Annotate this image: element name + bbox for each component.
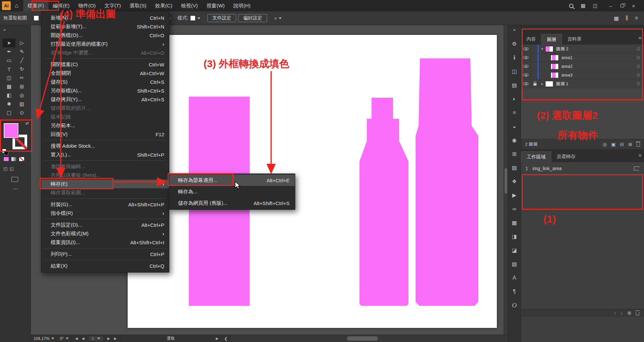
panel-menu-icon[interactable]: ≡ (639, 153, 641, 158)
color-button[interactable] (3, 157, 9, 161)
draw-normal-icon[interactable]: ◰ (3, 166, 7, 171)
artboard-tool[interactable]: ▢ (3, 108, 15, 117)
menu-item[interactable]: 另存範本... (41, 121, 169, 130)
menubar-item-2[interactable]: 物件(O) (74, 0, 100, 11)
transparency-panel-icon[interactable]: ▧ (508, 257, 521, 271)
none-button[interactable] (19, 157, 25, 161)
home-icon[interactable]: ⌂ (15, 2, 18, 9)
swatches-panel-icon[interactable]: ⊞ (508, 147, 521, 161)
menu-item[interactable]: 指令檔(R)› (41, 209, 169, 217)
menu-item[interactable]: 搜尋 Adobe Stock... (41, 142, 169, 150)
artboard-name[interactable]: img_link_area (532, 166, 634, 171)
layer-row[interactable]: ▸圖層 1 (521, 80, 644, 88)
menu-item[interactable]: 關閉檔案(C)Ctrl+W (41, 60, 169, 69)
menu-item[interactable]: 列印(P)...Ctrl+P (41, 250, 169, 258)
target-circle-icon[interactable] (637, 74, 640, 77)
menubar-item-6[interactable]: 檢視(V) (177, 0, 202, 11)
menubar-item-5[interactable]: 效果(C) (151, 0, 177, 11)
visibility-toggle[interactable] (521, 62, 531, 70)
horizontal-scrollbar-thumb[interactable] (347, 336, 378, 341)
menu-item[interactable]: 開啟舊檔(O)...Ctrl+O (41, 31, 169, 40)
paragraph-panel-icon[interactable]: ¶ (508, 285, 521, 298)
tab-content[interactable]: 內容 (521, 34, 541, 45)
next-artboard-icon[interactable]: ▶ (108, 337, 110, 340)
fill-color-swatch[interactable] (34, 15, 39, 21)
menu-item[interactable]: 全部關閉Alt+Ctrl+W (41, 69, 169, 78)
menu-item[interactable]: 另存新檔(A)...Shift+Ctrl+S (41, 86, 169, 95)
visibility-toggle[interactable] (521, 53, 531, 62)
menu-item[interactable]: 轉存為螢幕適用...Alt+Ctrl+E (169, 175, 295, 186)
lock-toggle[interactable] (531, 45, 539, 53)
eraser-tool[interactable]: ◫ (3, 74, 15, 82)
first-artboard-icon[interactable]: ◀ (75, 337, 78, 340)
align-glyphs-icon[interactable]: ⫟ (274, 15, 277, 21)
tab-libraries[interactable]: 資料庫 (562, 34, 587, 45)
swap-fill-stroke-icon[interactable]: ⇄ (26, 121, 29, 126)
libraries-panel-icon[interactable]: ▤ (508, 78, 521, 92)
layer-thumbnail[interactable] (545, 81, 553, 87)
prev-artboard-icon[interactable]: ◀ (82, 337, 85, 340)
menu-item[interactable]: 轉存(E)› (41, 180, 169, 188)
rotation-select[interactable]: 0° (57, 335, 71, 342)
layer-name[interactable]: 圖層 1 (556, 81, 637, 87)
delete-layer-icon[interactable] (637, 143, 640, 147)
gradient-panel-icon[interactable]: ◪ (508, 243, 521, 257)
preferences-button[interactable]: 偏好設定 (238, 14, 267, 22)
menu-item[interactable]: 文件色彩模式(M)› (41, 229, 169, 238)
chevron-right-icon[interactable]: › (169, 15, 171, 21)
close-button[interactable]: × (628, 0, 639, 11)
visibility-toggle[interactable] (521, 45, 531, 53)
more-tools-icon[interactable]: ⋯ (0, 186, 31, 192)
layer-row[interactable]: area1 (521, 53, 644, 62)
target-circle-icon[interactable] (637, 47, 640, 50)
horizontal-scrollbar[interactable] (230, 335, 508, 342)
tab-asset-export[interactable]: 資產轉存 (551, 151, 581, 162)
menu-item[interactable]: 文件設定(D)...Alt+Ctrl+P (41, 221, 169, 229)
target-circle-icon[interactable] (637, 56, 640, 59)
rotate-tool[interactable]: ↻ (15, 65, 28, 74)
info-panel-icon[interactable]: ℹ (508, 51, 521, 64)
layer-thumbnail[interactable] (551, 72, 559, 78)
menu-item[interactable]: 封裝(G)...Alt+Shift+Ctrl+P (41, 200, 169, 209)
menubar-item-8[interactable]: 說明(H) (229, 0, 255, 11)
menu-item[interactable]: 儲存為網頁用 (舊版)...Alt+Shift+Ctrl+S (169, 197, 295, 209)
draw-behind-icon[interactable]: ◱ (9, 166, 13, 171)
visibility-toggle[interactable] (521, 80, 531, 88)
lock-toggle[interactable] (531, 80, 539, 88)
layer-name[interactable]: area1 (561, 55, 637, 60)
new-sublayer-icon[interactable]: ⊟ (620, 142, 624, 147)
shape-bottle-small[interactable] (359, 98, 409, 306)
character-panel-icon[interactable]: A (508, 271, 521, 285)
menubar-item-4[interactable]: 選取(S) (125, 0, 151, 11)
control-menu-icon[interactable]: ≡ (635, 15, 638, 21)
menubar-item-0[interactable]: 檔案(F) (23, 0, 48, 11)
lock-toggle[interactable] (531, 53, 539, 62)
expand-chevron-icon[interactable]: ▸ (539, 82, 545, 86)
actions-panel-icon[interactable]: ▶ (508, 188, 521, 202)
column-graph-tool[interactable]: ▥ (15, 100, 28, 108)
selection-tool[interactable]: ➤ (3, 39, 15, 47)
line-segment-tool[interactable]: ╱ (15, 56, 28, 65)
document-setup-button[interactable]: 文件設定 (207, 14, 236, 22)
pen-tool[interactable]: ✒ (3, 47, 15, 56)
rectangle-tool[interactable]: ▭ (3, 56, 15, 65)
collapse-toolbar-icon[interactable]: « (0, 25, 31, 32)
menu-item[interactable]: 打開最近使用過的檔案(F)› (41, 40, 169, 48)
symbol-sprayer-tool[interactable]: ✱ (3, 100, 15, 108)
style-caret-icon[interactable] (198, 17, 200, 19)
target-circle-icon[interactable] (637, 82, 640, 85)
layer-thumbnail[interactable] (545, 46, 553, 52)
layer-thumbnail[interactable] (551, 63, 559, 69)
artboards-panel-icon[interactable]: ◫ (508, 64, 521, 78)
grid-options-icon[interactable]: ▦ (614, 15, 619, 21)
new-layer-icon[interactable]: ⊞ (628, 142, 632, 147)
minimize-button[interactable]: – (605, 0, 616, 11)
lock-toggle[interactable] (531, 71, 539, 79)
curvature-tool[interactable]: ✎ (15, 47, 28, 56)
stroke-panel-icon[interactable]: ≡ (508, 106, 521, 119)
screen-mode-icon[interactable] (11, 177, 18, 182)
menu-item[interactable]: 轉存為... (169, 186, 295, 197)
panel-dock-icon[interactable]: ⫼ (626, 15, 628, 21)
blend-tool[interactable]: ◎ (15, 91, 28, 100)
gradient-button[interactable] (11, 157, 17, 161)
